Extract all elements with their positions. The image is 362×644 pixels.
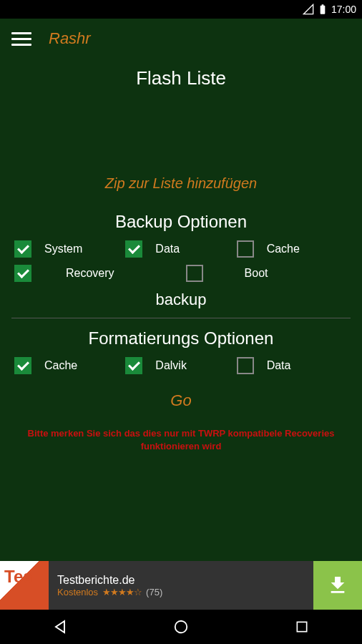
checkbox-recovery[interactable] xyxy=(14,265,31,282)
status-time: 17:00 xyxy=(331,4,356,15)
nav-recent-button[interactable] xyxy=(292,617,312,637)
ad-banner[interactable]: Tes Testberichte.de Kostenlos ★★★★☆ (75) xyxy=(0,561,362,610)
backup-section-title: Backup Optionen xyxy=(11,212,351,232)
checkbox-data[interactable] xyxy=(125,240,142,258)
backup-row-2: Recovery Boot xyxy=(11,265,351,282)
add-zip-button[interactable]: Zip zur Liste hinzufügen xyxy=(11,175,351,192)
signal-icon xyxy=(303,4,314,15)
status-bar: 17:00 xyxy=(0,0,362,19)
ad-content: Testberichte.de Kostenlos ★★★★☆ (75) xyxy=(49,574,313,597)
ad-app-icon: Tes xyxy=(0,561,49,610)
ad-count: (75) xyxy=(146,587,162,597)
backup-folder-label[interactable]: backup xyxy=(11,291,351,309)
label-cache: Cache xyxy=(267,243,300,255)
checkbox-cache[interactable] xyxy=(237,240,254,258)
label-recovery: Recovery xyxy=(66,267,114,280)
ad-stars: ★★★★☆ xyxy=(102,587,142,597)
warning-text: Bitte merken Sie sich das dies nur mit T… xyxy=(11,427,351,453)
checkbox-system[interactable] xyxy=(14,240,31,258)
app-bar: Rashr xyxy=(0,19,362,59)
backup-row-1: System Data Cache xyxy=(11,240,351,258)
label-fmt-dalvik: Dalvik xyxy=(155,359,187,372)
svg-point-0 xyxy=(175,621,187,633)
main-content: Flash Liste Zip zur Liste hinzufügen Bac… xyxy=(0,59,362,459)
nav-back-button[interactable] xyxy=(50,617,70,637)
ad-download-button[interactable] xyxy=(313,561,362,610)
ad-title: Testberichte.de xyxy=(57,574,305,587)
divider xyxy=(11,318,351,318)
checkbox-boot[interactable] xyxy=(186,265,203,282)
label-fmt-cache: Cache xyxy=(44,359,77,372)
page-title: Flash Liste xyxy=(11,67,351,89)
label-fmt-data: Data xyxy=(267,359,291,372)
checkbox-fmt-cache[interactable] xyxy=(14,357,31,374)
ad-price: Kostenlos xyxy=(57,587,98,597)
app-title: Rashr xyxy=(49,29,91,48)
format-section-title: Formatierungs Optionen xyxy=(11,328,351,348)
checkbox-fmt-dalvik[interactable] xyxy=(125,357,142,374)
svg-rect-1 xyxy=(297,622,306,631)
download-icon xyxy=(326,574,349,597)
label-system: System xyxy=(44,243,82,255)
nav-home-button[interactable] xyxy=(171,617,191,637)
navigation-bar xyxy=(0,610,362,644)
label-boot: Boot xyxy=(245,267,268,280)
format-row: Cache Dalvik Data xyxy=(11,357,351,374)
hamburger-menu-icon[interactable] xyxy=(11,29,31,49)
go-button[interactable]: Go xyxy=(11,391,351,410)
label-data: Data xyxy=(155,243,180,255)
battery-icon xyxy=(317,4,328,15)
checkbox-fmt-data[interactable] xyxy=(237,357,254,374)
